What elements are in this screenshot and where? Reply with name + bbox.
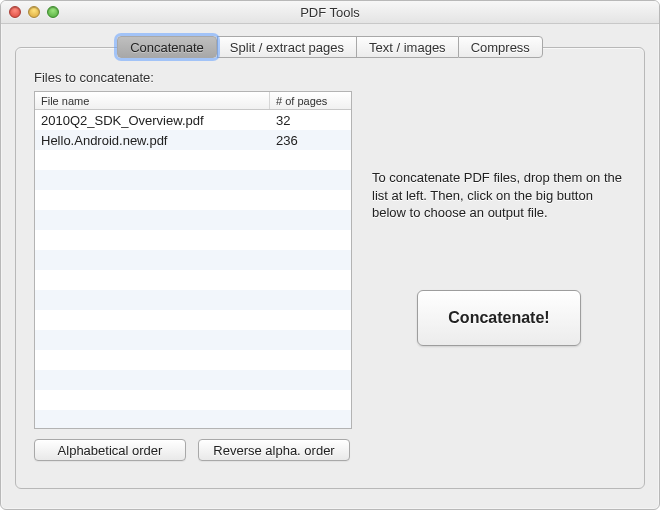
cell-pages: [270, 270, 351, 290]
cell-filename: [35, 370, 270, 390]
cell-filename: Hello.Android.new.pdf: [35, 130, 270, 150]
table-header: File name # of pages: [35, 92, 351, 110]
alphabetical-order-button[interactable]: Alphabetical order: [34, 439, 186, 461]
table-row: [35, 290, 351, 310]
cell-filename: [35, 210, 270, 230]
minimize-icon[interactable]: [28, 6, 40, 18]
cell-pages: [270, 290, 351, 310]
cell-filename: [35, 290, 270, 310]
cell-filename: [35, 350, 270, 370]
table-row: [35, 230, 351, 250]
table-row: [35, 210, 351, 230]
cell-pages: [270, 330, 351, 350]
zoom-icon[interactable]: [47, 6, 59, 18]
table-row: [35, 410, 351, 429]
section-label: Files to concatenate:: [34, 70, 626, 85]
column-header-pages[interactable]: # of pages: [270, 92, 351, 109]
window-body: Concatenate Split / extract pages Text /…: [1, 24, 659, 503]
table-row[interactable]: 2010Q2_SDK_Overview.pdf32: [35, 110, 351, 130]
table-row: [35, 370, 351, 390]
cell-filename: [35, 230, 270, 250]
cell-pages: [270, 250, 351, 270]
cell-pages: [270, 370, 351, 390]
table-row: [35, 270, 351, 290]
cell-filename: [35, 190, 270, 210]
cell-filename: [35, 410, 270, 429]
table-row: [35, 330, 351, 350]
cell-filename: [35, 330, 270, 350]
sort-button-row: Alphabetical order Reverse alpha. order: [34, 439, 352, 461]
tab-concatenate[interactable]: Concatenate: [117, 36, 217, 58]
cell-filename: [35, 250, 270, 270]
traffic-lights: [9, 6, 59, 18]
content-row: File name # of pages 2010Q2_SDK_Overview…: [34, 91, 626, 461]
tab-split-extract[interactable]: Split / extract pages: [217, 36, 356, 58]
cell-pages: [270, 150, 351, 170]
table-row[interactable]: Hello.Android.new.pdf236: [35, 130, 351, 150]
cell-pages: [270, 390, 351, 410]
big-button-wrap: Concatenate!: [372, 290, 626, 346]
cell-pages: [270, 210, 351, 230]
window-title: PDF Tools: [300, 5, 360, 20]
cell-filename: [35, 310, 270, 330]
instructions-column: To concatenate PDF files, drop them on t…: [372, 91, 626, 346]
cell-pages: [270, 350, 351, 370]
titlebar: PDF Tools: [1, 1, 659, 24]
table-row: [35, 350, 351, 370]
table-row: [35, 390, 351, 410]
cell-filename: [35, 390, 270, 410]
cell-pages: [270, 310, 351, 330]
cell-pages: [270, 190, 351, 210]
table-row: [35, 250, 351, 270]
cell-filename: [35, 170, 270, 190]
tab-compress[interactable]: Compress: [458, 36, 543, 58]
cell-pages: 32: [270, 110, 351, 130]
table-row: [35, 150, 351, 170]
table-row: [35, 190, 351, 210]
concatenate-button[interactable]: Concatenate!: [417, 290, 581, 346]
window: PDF Tools Concatenate Split / extract pa…: [0, 0, 660, 510]
cell-filename: 2010Q2_SDK_Overview.pdf: [35, 110, 270, 130]
table-row: [35, 170, 351, 190]
cell-filename: [35, 270, 270, 290]
cell-filename: [35, 150, 270, 170]
table-body: 2010Q2_SDK_Overview.pdf32Hello.Android.n…: [35, 110, 351, 429]
cell-pages: 236: [270, 130, 351, 150]
tab-text-images[interactable]: Text / images: [356, 36, 458, 58]
file-list-wrap: File name # of pages 2010Q2_SDK_Overview…: [34, 91, 352, 461]
reverse-alpha-order-button[interactable]: Reverse alpha. order: [198, 439, 350, 461]
close-icon[interactable]: [9, 6, 21, 18]
file-table[interactable]: File name # of pages 2010Q2_SDK_Overview…: [34, 91, 352, 429]
instructions-text: To concatenate PDF files, drop them on t…: [372, 169, 626, 222]
cell-pages: [270, 410, 351, 429]
cell-pages: [270, 170, 351, 190]
cell-pages: [270, 230, 351, 250]
table-row: [35, 310, 351, 330]
tab-panel-concatenate: Files to concatenate: File name # of pag…: [15, 47, 645, 489]
column-header-filename[interactable]: File name: [35, 92, 270, 109]
tab-bar: Concatenate Split / extract pages Text /…: [15, 36, 645, 58]
